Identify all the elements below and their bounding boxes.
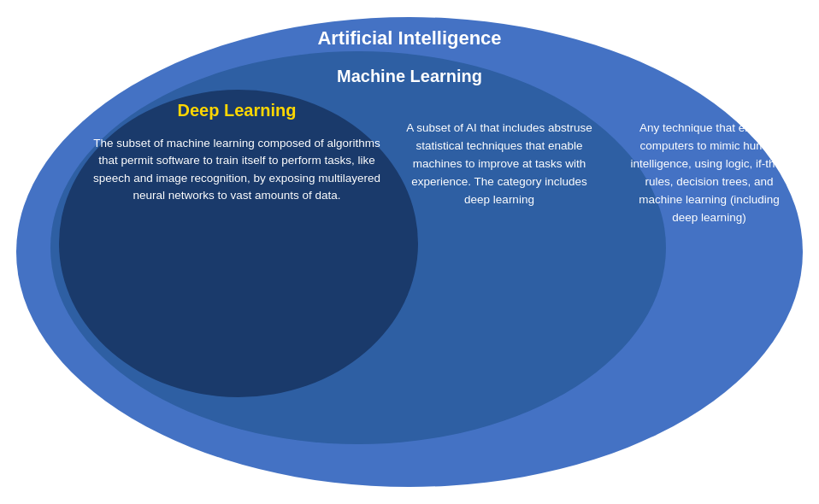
ai-description: Any technique that enables computers to … — [626, 120, 792, 227]
diagram-container: Artificial Intelligence Machine Learning… — [8, 9, 811, 495]
ai-title: Artificial Intelligence — [8, 27, 811, 50]
ml-title: Machine Learning — [8, 67, 811, 86]
dl-description: The subset of machine learning composed … — [66, 135, 408, 204]
dl-title: Deep Learning — [66, 101, 408, 120]
ml-description: A subset of AI that includes abstruse st… — [401, 120, 598, 209]
